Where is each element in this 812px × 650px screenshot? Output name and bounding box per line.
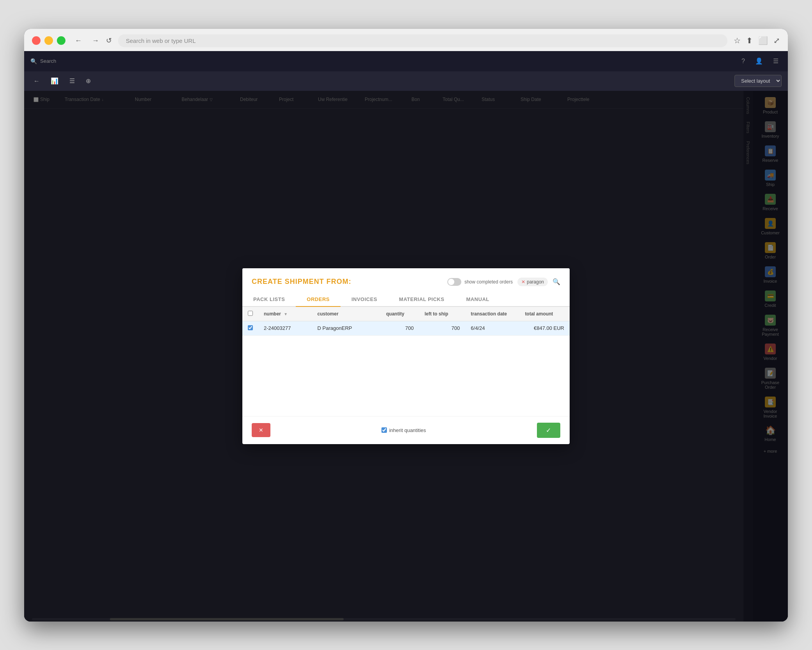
back-button[interactable]: ←	[72, 35, 85, 46]
inherit-quantities-label: inherit quantities	[389, 427, 426, 433]
tab-orders[interactable]: ORDERS	[296, 292, 341, 307]
show-completed-toggle[interactable]	[447, 278, 461, 286]
modal-title: CREATE SHIPMENT FROM:	[252, 278, 351, 286]
row-total-amount: €847.00 EUR	[519, 321, 570, 335]
maximize-button[interactable]	[57, 36, 65, 45]
row-left-to-ship: 700	[419, 321, 466, 335]
modal-footer: ✕ inherit quantities ✓	[242, 416, 570, 444]
browser-actions: ☆ ⬆ ⬜ ⤢	[734, 36, 780, 45]
forward-button[interactable]: →	[89, 35, 102, 46]
app-container: 🔍 Search ? 👤 ☰ ← 📊 ☰ ⊕ Select layout Def…	[24, 51, 788, 622]
modal-header: CREATE SHIPMENT FROM: show completed ord…	[242, 268, 570, 286]
modal-table-header-row: number ▼ customer quantity	[242, 307, 570, 321]
paragon-x-icon: ✕	[521, 279, 525, 285]
toggle-container: show completed orders	[447, 278, 513, 286]
th-checkbox	[242, 307, 258, 321]
search-icon: 🔍	[30, 58, 37, 64]
modal-table: number ▼ customer quantity	[242, 307, 570, 336]
cancel-button[interactable]: ✕	[252, 423, 270, 437]
help-icon[interactable]: ?	[738, 55, 748, 67]
th-quantity[interactable]: quantity	[381, 307, 419, 321]
cancel-icon: ✕	[259, 427, 263, 433]
tab-manual[interactable]: MANUAL	[455, 292, 500, 307]
th-transaction-date[interactable]: transaction date	[465, 307, 519, 321]
row-quantity: 700	[381, 321, 419, 335]
tabs-icon[interactable]: ⬜	[758, 36, 768, 45]
modal-dialog: CREATE SHIPMENT FROM: show completed ord…	[242, 268, 570, 444]
paragon-badge: ✕ paragon	[517, 278, 548, 286]
paragon-label: paragon	[527, 279, 544, 285]
row-number: 2-24003277	[258, 321, 312, 335]
list-icon[interactable]: ☰	[66, 75, 78, 87]
close-button[interactable]	[32, 36, 41, 45]
row-customer: D ParagonERP	[312, 321, 381, 335]
traffic-lights	[32, 36, 65, 45]
nav-buttons: ← → ↺	[72, 35, 112, 46]
confirm-button[interactable]: ✓	[537, 423, 560, 438]
browser-chrome: ← → ↺ Search in web or type URL ☆ ⬆ ⬜ ⤢	[24, 29, 788, 51]
inherit-quantities-checkbox[interactable]	[381, 427, 387, 433]
row-transaction-date: 6/4/24	[465, 321, 519, 335]
browser-window: ← → ↺ Search in web or type URL ☆ ⬆ ⬜ ⤢ …	[24, 29, 788, 622]
inherit-quantities-container: inherit quantities	[381, 427, 426, 433]
confirm-icon: ✓	[546, 427, 551, 434]
main-area: Ship Transaction Date ↓ Number Behandela…	[24, 91, 788, 622]
minimize-button[interactable]	[44, 36, 53, 45]
top-bar: 🔍 Search ? 👤 ☰	[24, 51, 788, 71]
modal-tabs: PACK LISTS ORDERS INVOICES MATERIAL PICK…	[242, 292, 570, 307]
toolbar: ← 📊 ☰ ⊕ Select layout Default Custom	[24, 71, 788, 91]
back-nav-button[interactable]: ←	[30, 75, 43, 87]
bookmark-icon[interactable]: ☆	[734, 36, 741, 45]
th-left-to-ship[interactable]: left to ship	[419, 307, 466, 321]
user-icon[interactable]: 👤	[752, 55, 766, 67]
search-area: 🔍 Search	[30, 58, 56, 64]
add-icon[interactable]: ⊕	[83, 75, 94, 87]
tab-invoices[interactable]: INVOICES	[341, 292, 388, 307]
layout-select[interactable]: Select layout Default Custom	[734, 75, 782, 87]
modal-overlay: CREATE SHIPMENT FROM: show completed ord…	[24, 91, 788, 622]
sort-arrow-number: ▼	[284, 312, 288, 316]
fullscreen-icon[interactable]: ⤢	[773, 36, 780, 45]
select-all-modal-checkbox[interactable]	[248, 311, 253, 316]
tab-material-picks[interactable]: MATERIAL PICKS	[388, 292, 455, 307]
modal-search-icon[interactable]: 🔍	[553, 278, 560, 285]
row-checkbox-cell	[242, 321, 258, 335]
analytics-icon[interactable]: 📊	[48, 75, 62, 87]
reload-button[interactable]: ↺	[106, 36, 112, 45]
search-label: Search	[40, 58, 56, 64]
url-bar[interactable]: Search in web or type URL	[118, 34, 727, 47]
th-total-amount[interactable]: total amount	[519, 307, 570, 321]
row-checkbox[interactable]	[248, 325, 253, 330]
share-icon[interactable]: ⬆	[746, 36, 753, 45]
toggle-knob	[448, 279, 454, 285]
table-row[interactable]: 2-24003277 D ParagonERP 700 700 6/4/24 €…	[242, 321, 570, 335]
settings-icon[interactable]: ☰	[770, 55, 782, 67]
th-customer[interactable]: customer	[312, 307, 381, 321]
modal-table-container: number ▼ customer quantity	[242, 307, 570, 416]
url-placeholder: Search in web or type URL	[126, 37, 196, 44]
modal-header-actions: show completed orders ✕ paragon 🔍	[447, 278, 560, 286]
tab-pack-lists[interactable]: PACK LISTS	[242, 292, 296, 307]
th-number[interactable]: number ▼	[258, 307, 312, 321]
toggle-label: show completed orders	[464, 279, 513, 285]
